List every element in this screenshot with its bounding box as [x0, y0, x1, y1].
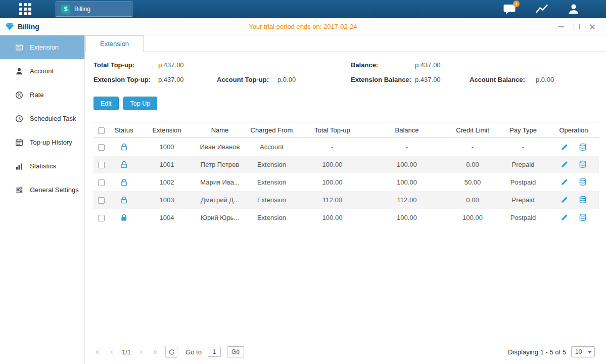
taskbar-item-billing[interactable]: Billing [56, 2, 132, 17]
billing-window: Billing Your trial period ends on: 2017-… [0, 18, 606, 364]
cell-pay-type: Prepaid [498, 156, 548, 173]
sidebar-item-account[interactable]: Account [0, 59, 84, 83]
status-unlocked-icon[interactable] [120, 161, 128, 168]
table-row[interactable]: 1003 Дмитрий Д... Extension 112.00 112.0… [94, 191, 599, 209]
next-page-button[interactable] [137, 346, 145, 357]
page-size-value: 10 [575, 348, 582, 355]
edit-button[interactable]: Edit [94, 97, 119, 110]
table-row[interactable]: 1004 Юрий Юрь... Extension 100.00 100.00… [94, 209, 599, 226]
status-locked-icon[interactable] [120, 214, 128, 221]
col-header-operation: Operation [548, 122, 599, 138]
summary-value: p.437.00 [415, 76, 470, 83]
row-checkbox[interactable] [98, 144, 105, 151]
clock-icon [15, 115, 23, 123]
cell-name: Иван Иванов [195, 138, 245, 156]
reports-button[interactable] [535, 3, 548, 15]
last-page-button[interactable] [151, 346, 159, 357]
minimize-button[interactable] [557, 23, 565, 30]
trial-notice: Your trial period ends on: 2017-02-24 [0, 23, 606, 30]
page-size-select[interactable]: 10 [571, 346, 595, 357]
table-header-row: Status Extension Name Charged From Total… [94, 122, 599, 138]
prev-page-button[interactable] [108, 346, 116, 357]
cell-pay-type: Prepaid [498, 191, 548, 209]
sliders-icon [15, 186, 23, 194]
sidebar-item-label: General Settings [30, 186, 79, 194]
select-all-checkbox[interactable] [98, 127, 105, 134]
sidebar-item-extension[interactable]: Extension [0, 35, 84, 59]
notification-badge: ! [513, 1, 520, 7]
cell-extension: 1001 [139, 156, 195, 173]
extension-card-icon [15, 43, 23, 52]
sidebar-item-scheduled-task[interactable]: Scheduled Task [0, 107, 84, 130]
cell-charged-from: Extension [245, 209, 298, 226]
first-page-button[interactable] [94, 346, 102, 357]
go-button[interactable]: Go [227, 346, 244, 357]
sidebar: Extension Account Rate Scheduled Task To… [0, 35, 85, 364]
summary-row-1: Total Top-up: p.437.00 Balance: p.437.00 [94, 61, 599, 69]
table-row[interactable]: 1000 Иван Иванов Account - - - - [94, 138, 599, 156]
close-button[interactable] [589, 23, 596, 30]
status-unlocked-icon[interactable] [120, 196, 128, 204]
cell-extension: 1002 [139, 173, 195, 191]
topup-coins-icon[interactable] [579, 178, 587, 186]
cell-charged-from: Extension [245, 173, 298, 191]
account-button[interactable] [568, 3, 580, 15]
caret-down-icon [588, 351, 592, 353]
user-icon [568, 3, 580, 15]
edit-pencil-icon[interactable] [561, 160, 569, 168]
cell-charged-from: Extension [245, 191, 298, 209]
col-header-extension: Extension [139, 122, 195, 138]
cell-balance: 112.00 [366, 191, 447, 209]
topup-coins-icon[interactable] [579, 213, 587, 221]
summary-label: Extension Top-up: [94, 76, 158, 83]
topup-coins-icon[interactable] [579, 143, 587, 151]
status-unlocked-icon[interactable] [120, 178, 128, 186]
edit-pencil-icon[interactable] [561, 143, 569, 151]
row-checkbox[interactable] [98, 179, 105, 186]
window-titlebar: Billing Your trial period ends on: 2017-… [0, 18, 606, 35]
displaying-text: Displaying 1 - 5 of 5 [508, 348, 566, 356]
topup-coins-icon[interactable] [579, 160, 587, 168]
sidebar-item-label: Rate [30, 91, 43, 99]
col-header-total-topup: Total Top-up [298, 122, 366, 138]
cell-credit-limit: 100.00 [447, 209, 498, 226]
row-checkbox[interactable] [98, 215, 105, 221]
tab-extension[interactable]: Extension [85, 35, 144, 52]
cell-total-topup: - [298, 138, 366, 156]
table-row[interactable]: 1001 Петр Петров Extension 100.00 100.00… [94, 156, 599, 173]
calendar-icon [15, 139, 23, 147]
edit-pencil-icon[interactable] [561, 178, 569, 186]
table-row[interactable]: 1002 Мария Ива... Extension 100.00 100.0… [94, 173, 599, 191]
summary-value: p.437.00 [158, 76, 217, 83]
edit-pencil-icon[interactable] [561, 196, 569, 204]
col-header-name: Name [195, 122, 245, 138]
cell-total-topup: 100.00 [298, 173, 366, 191]
status-unlocked-icon[interactable] [120, 143, 128, 151]
line-chart-icon [535, 3, 548, 15]
maximize-button[interactable] [573, 23, 580, 30]
goto-page-input[interactable] [208, 347, 221, 357]
cell-charged-from: Extension [245, 156, 298, 173]
app-grid-icon[interactable] [19, 3, 31, 15]
top-up-button[interactable]: Top Up [123, 97, 158, 110]
row-checkbox[interactable] [98, 162, 105, 168]
sidebar-item-topup-history[interactable]: Top-up History [0, 130, 84, 154]
col-header-status: Status [109, 122, 139, 138]
cell-credit-limit: 0.00 [447, 191, 498, 209]
sidebar-item-label: Extension [30, 43, 59, 51]
row-checkbox[interactable] [98, 197, 105, 204]
cell-total-topup: 112.00 [298, 191, 366, 209]
cell-name: Дмитрий Д... [195, 191, 245, 209]
sidebar-item-general-settings[interactable]: General Settings [0, 178, 84, 202]
summary-row-2: Extension Top-up: p.437.00 Account Top-u… [94, 76, 599, 83]
notifications-button[interactable]: ! [503, 3, 516, 15]
edit-pencil-icon[interactable] [561, 213, 569, 221]
sidebar-item-statistics[interactable]: Statistics [0, 154, 84, 178]
topup-coins-icon[interactable] [579, 196, 587, 204]
sidebar-item-rate[interactable]: Rate [0, 83, 84, 107]
refresh-button[interactable] [165, 346, 177, 358]
billing-dollar-icon [61, 5, 70, 14]
summary-value: p.437.00 [415, 61, 441, 69]
cell-pay-type: - [498, 138, 548, 156]
summary-label: Balance: [351, 61, 415, 69]
